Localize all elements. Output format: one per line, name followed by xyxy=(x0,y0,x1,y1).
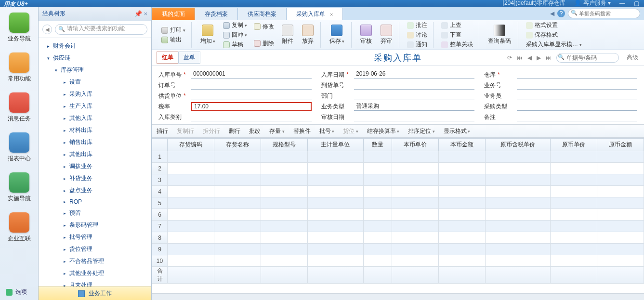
tree-node-其他业务处理[interactable]: 其他业务处理 xyxy=(39,267,151,279)
print-button[interactable]: 打印 xyxy=(160,26,186,35)
save-format-button[interactable]: 保存格式 xyxy=(525,30,583,39)
audit-button[interactable]: 审核 xyxy=(358,24,374,46)
tree-node-不合格品管理[interactable]: 不合格品管理 xyxy=(39,255,151,267)
abandon-audit-button[interactable]: 弃审 xyxy=(379,24,394,46)
export-button[interactable]: 输出 xyxy=(160,35,186,44)
tree-node-其他入库[interactable]: 其他入库 xyxy=(39,112,151,124)
query-barcode-button[interactable]: 查询条码 xyxy=(486,24,513,46)
tree-node-设置[interactable]: 设置 xyxy=(39,76,151,88)
tree-node-库存管理[interactable]: 库存管理 xyxy=(39,64,151,76)
barcode-search-input[interactable] xyxy=(568,9,640,18)
table-row[interactable]: 10 xyxy=(152,255,644,267)
input-到货单号[interactable] xyxy=(354,81,474,90)
col-存货编码[interactable]: 存货编码 xyxy=(168,139,214,151)
nav-first-icon[interactable]: ⏮ xyxy=(516,54,524,61)
table-row[interactable]: 9 xyxy=(152,244,644,255)
table-row[interactable]: 1 xyxy=(152,151,644,163)
table-row[interactable]: 8 xyxy=(152,232,644,244)
table-row[interactable]: 7 xyxy=(152,221,644,232)
tree-node-生产入库[interactable]: 生产入库 xyxy=(39,100,151,112)
input-入库日期[interactable]: 2019-06-26 xyxy=(354,70,474,79)
launcher-消息任务[interactable]: 消息任务 xyxy=(8,92,31,123)
account-label[interactable]: [204](default)零库存仓库 xyxy=(503,0,566,7)
table-row[interactable]: 6 xyxy=(152,209,644,221)
tab-存货档案[interactable]: 存货档案 xyxy=(195,8,238,20)
tree-node-批号管理[interactable]: 批号管理 xyxy=(39,231,151,243)
nav-prev-icon[interactable]: ◀ xyxy=(526,54,533,61)
tree-node-供应链[interactable]: 供应链 xyxy=(39,52,151,64)
input-部门[interactable] xyxy=(354,91,474,100)
delete-button[interactable]: 删除 xyxy=(253,39,275,48)
col-数量[interactable]: 数量 xyxy=(364,139,392,151)
help-back-icon[interactable]: ◀ xyxy=(550,10,554,17)
tab-我的桌面[interactable]: 我的桌面 xyxy=(152,8,195,20)
attach-button[interactable]: 附件 xyxy=(280,24,295,46)
tree-node-其他出库[interactable]: 其他出库 xyxy=(39,148,151,160)
service-link[interactable]: 👤 客户服务 ▾ xyxy=(574,0,611,7)
sort-button[interactable]: 排序定位 xyxy=(408,127,435,135)
col-原币含税单价[interactable]: 原币含税单价 xyxy=(485,139,550,151)
launcher-实施导航[interactable]: 实施导航 xyxy=(8,172,31,203)
tree-node-月末处理[interactable]: 月末处理 xyxy=(39,279,151,287)
launcher-业务导航[interactable]: 业务导航 xyxy=(8,13,31,43)
col-规格型号[interactable]: 规格型号 xyxy=(261,139,307,151)
copy-button[interactable]: 复制 xyxy=(222,21,248,30)
launcher-企业互联[interactable]: 企业互联 xyxy=(8,212,31,243)
display-template-button[interactable]: 采购入库单显示模… xyxy=(525,40,583,49)
conversion-button[interactable]: 结存换算率 xyxy=(367,127,400,135)
refresh-icon[interactable]: ⟳ xyxy=(506,54,513,61)
tab-供应商档案[interactable]: 供应商档案 xyxy=(237,8,287,20)
split-row-button[interactable]: 拆分行 xyxy=(203,127,220,135)
input-业务号[interactable] xyxy=(517,81,637,90)
discuss-button[interactable]: 讨论 xyxy=(406,30,428,39)
tree-node-财务会计[interactable]: 财务会计 xyxy=(39,40,151,52)
input-入库类别[interactable] xyxy=(191,113,312,121)
drop-button[interactable]: 放弃 xyxy=(300,24,315,46)
replace-button[interactable]: 替换件 xyxy=(293,127,311,135)
tree-node-预留[interactable]: 预留 xyxy=(39,207,151,219)
lookup-down-button[interactable]: 下查 xyxy=(440,30,474,39)
input-备注[interactable] xyxy=(517,113,637,121)
input-订单号[interactable] xyxy=(191,81,312,90)
col-原币金额[interactable]: 原币金额 xyxy=(597,139,644,151)
link-button[interactable]: 整单关联 xyxy=(440,40,474,49)
col-本币金额[interactable]: 本币金额 xyxy=(438,139,485,151)
col-本币单价[interactable]: 本币单价 xyxy=(392,139,438,151)
nav-next-icon[interactable]: ▶ xyxy=(536,54,542,61)
input-仓库[interactable] xyxy=(517,70,637,79)
blue-bill-tab[interactable]: 蓝单 xyxy=(178,52,200,64)
table-row[interactable]: 5 xyxy=(152,197,644,209)
format-settings-button[interactable]: 格式设置 xyxy=(525,21,583,30)
scrollbar-area[interactable] xyxy=(152,293,644,300)
tree-node-盘点业务[interactable]: 盘点业务 xyxy=(39,184,151,196)
tree-footer-tab[interactable]: 业务工作 xyxy=(39,287,151,300)
tree-search-input[interactable]: 请输入您要搜索的功能 xyxy=(55,24,147,35)
input-入库单号[interactable]: 0000000001 xyxy=(191,70,312,79)
col-存货名称[interactable]: 存货名称 xyxy=(214,139,261,151)
approve-button[interactable]: 批注 xyxy=(406,21,428,30)
input-供货单位[interactable] xyxy=(191,91,312,100)
launcher-常用功能[interactable]: 常用功能 xyxy=(8,52,31,83)
back-button[interactable]: 回冲 xyxy=(222,30,248,39)
stock-button[interactable]: 存量 xyxy=(269,127,285,135)
input-审核日期[interactable] xyxy=(354,113,474,121)
table-row[interactable]: 3 xyxy=(152,174,644,186)
table-row[interactable]: 4 xyxy=(152,186,644,197)
data-grid[interactable]: 存货编码存货名称规格型号主计量单位数量本币单价本币金额原币含税单价原币单价原币金… xyxy=(152,138,644,284)
pin-icon[interactable]: 📌 × xyxy=(134,10,147,17)
input-税率[interactable]: 17.00 xyxy=(191,102,312,111)
tab-采购入库单[interactable]: 采购入库单× xyxy=(286,8,343,20)
notify-button[interactable]: 通知 xyxy=(406,40,428,49)
tree-node-条形码管理[interactable]: 条形码管理 xyxy=(39,219,151,231)
tree-node-采购入库[interactable]: 采购入库 xyxy=(39,88,151,100)
input-业务类型[interactable]: 普通采购 xyxy=(354,102,474,111)
tree-node-调拨业务[interactable]: 调拨业务 xyxy=(39,160,151,172)
edit-button[interactable]: 修改 xyxy=(253,22,275,31)
red-bill-tab[interactable]: 红单 xyxy=(157,52,179,64)
options-link[interactable]: 选项 xyxy=(6,288,27,296)
back-icon[interactable]: ◀ xyxy=(42,25,52,34)
win-min[interactable]: — xyxy=(619,0,625,7)
tree-node-ROP[interactable]: ROP xyxy=(39,196,151,207)
table-row[interactable]: 2 xyxy=(152,163,644,174)
save-button[interactable]: 保存 xyxy=(328,24,347,46)
